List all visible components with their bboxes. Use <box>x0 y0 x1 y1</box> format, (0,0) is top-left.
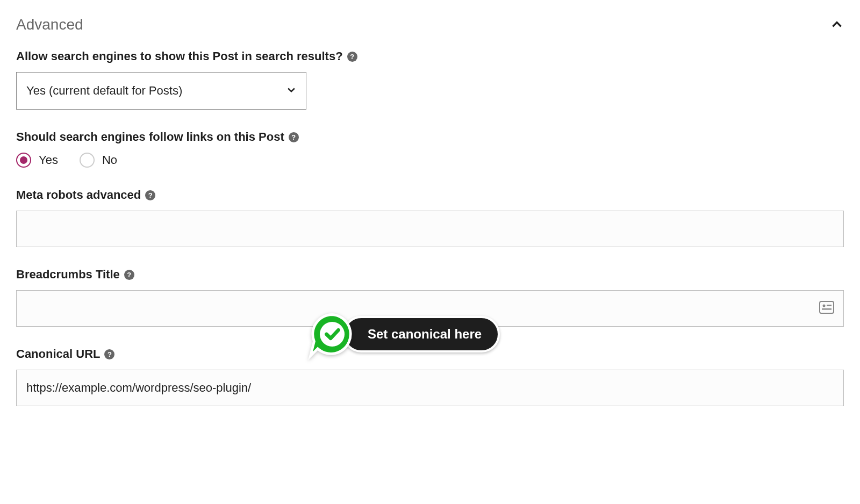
insert-variable-icon[interactable] <box>819 301 834 316</box>
svg-rect-2 <box>827 305 832 306</box>
follow-links-radio-yes[interactable]: Yes <box>16 153 58 168</box>
meta-robots-input-wrapper <box>16 211 844 247</box>
help-icon[interactable]: ? <box>347 52 357 62</box>
help-icon[interactable]: ? <box>104 349 114 359</box>
canonical-url-label-text: Canonical URL <box>16 347 100 361</box>
allow-search-label: Allow search engines to show this Post i… <box>16 49 357 63</box>
canonical-url-field: Canonical URL ? Set canonical here <box>16 347 844 406</box>
breadcrumbs-label: Breadcrumbs Title ? <box>16 268 134 282</box>
callout-check-badge-icon <box>306 308 358 360</box>
follow-links-label: Should search engines follow links on th… <box>16 130 299 144</box>
canonical-url-input[interactable] <box>16 370 844 406</box>
allow-search-select[interactable]: Yes (current default for Posts) <box>16 72 306 110</box>
meta-robots-label-text: Meta robots advanced <box>16 188 141 202</box>
allow-search-selected-value: Yes (current default for Posts) <box>16 72 306 110</box>
allow-search-label-text: Allow search engines to show this Post i… <box>16 49 343 63</box>
collapse-chevron-icon[interactable] <box>830 18 844 32</box>
allow-search-field: Allow search engines to show this Post i… <box>16 49 844 110</box>
radio-circle-icon <box>80 153 95 168</box>
follow-links-label-text: Should search engines follow links on th… <box>16 130 284 144</box>
help-icon[interactable]: ? <box>289 132 299 142</box>
breadcrumbs-label-text: Breadcrumbs Title <box>16 268 120 282</box>
canonical-url-input-wrapper <box>16 370 844 406</box>
svg-rect-3 <box>822 308 832 310</box>
follow-links-radio-no[interactable]: No <box>80 153 117 168</box>
meta-robots-field: Meta robots advanced ? <box>16 188 844 247</box>
meta-robots-input[interactable] <box>16 211 844 247</box>
advanced-panel-header: Advanced <box>16 16 844 33</box>
radio-label-no: No <box>102 153 117 167</box>
help-icon[interactable]: ? <box>145 190 155 200</box>
radio-label-yes: Yes <box>39 153 58 167</box>
radio-circle-icon <box>16 153 31 168</box>
help-icon[interactable]: ? <box>124 270 134 280</box>
canonical-url-label: Canonical URL ? <box>16 347 114 361</box>
callout-text: Set canonical here <box>343 316 500 352</box>
svg-point-1 <box>823 305 826 307</box>
panel-title: Advanced <box>16 16 83 33</box>
follow-links-field: Should search engines follow links on th… <box>16 130 844 168</box>
svg-rect-0 <box>820 301 834 313</box>
follow-links-radio-group: Yes No <box>16 153 844 168</box>
meta-robots-label: Meta robots advanced ? <box>16 188 155 202</box>
canonical-callout: Set canonical here <box>306 308 500 360</box>
